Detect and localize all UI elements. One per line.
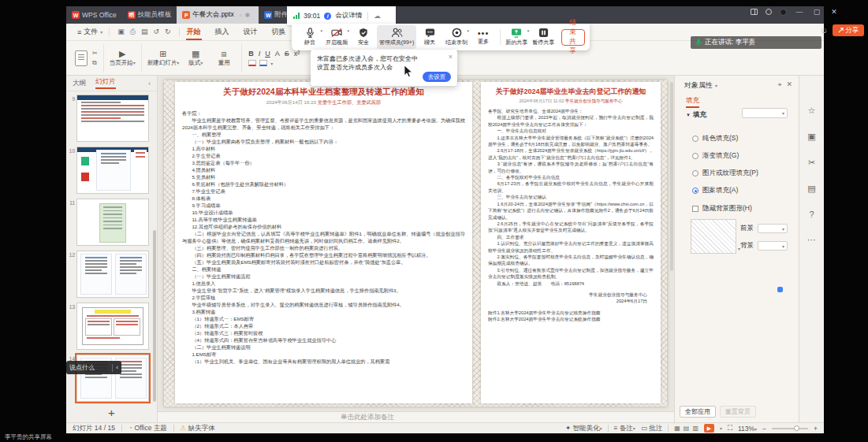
tab-state-icons[interactable]: ▫✱ <box>237 12 254 19</box>
tab-restore-icon[interactable]: ▫ <box>240 12 242 19</box>
left-notice-page[interactable]: 关于做好2024届本科毕业生档案整理及转递工作的通知 2024年06月14日 1… <box>175 82 472 403</box>
maximize-button[interactable]: ▢ <box>812 8 821 16</box>
slide-thumbnail-row[interactable]: 11 <box>66 199 157 246</box>
font-color-button[interactable]: A <box>275 50 280 58</box>
normal-view-icon[interactable]: ▦ <box>674 425 680 432</box>
cut-tool-icon[interactable]: ✂ <box>808 158 815 168</box>
add-slide-button[interactable]: + <box>66 406 157 419</box>
foreground-dropdown[interactable]: ▾ <box>758 224 788 233</box>
paste-icon[interactable] <box>75 50 88 66</box>
ribbon-tab-design[interactable]: 设计 <box>237 25 265 39</box>
beautify-button[interactable]: ✦ 智能美化▾ <box>565 424 602 433</box>
slide-thumbnail-row[interactable]: 10 <box>66 147 157 194</box>
radio-picture-fill[interactable]: 图片或纹理填充(P) <box>692 169 758 178</box>
assistant-icon[interactable] <box>766 9 772 15</box>
save-icon[interactable]: ▣ <box>117 28 125 36</box>
text-color-icon[interactable] <box>259 60 267 66</box>
slide-thumbnail[interactable] <box>76 251 149 298</box>
slide-pattern-background[interactable]: 关于做好2024届本科毕业生档案整理及转递工作的通知 2024年06月14日 1… <box>164 80 667 407</box>
export-icon[interactable]: ▤ <box>141 28 148 36</box>
canvas-scrollbar[interactable] <box>670 82 673 271</box>
undo-icon[interactable]: ↺ <box>154 28 160 36</box>
reset-background-button[interactable]: 重置背景 <box>720 406 756 418</box>
chevron-down-icon[interactable]: ▾ <box>715 83 717 88</box>
copy-icon[interactable]: ⧉ <box>92 59 98 67</box>
slide-thumbnail-row[interactable]: 13 <box>66 303 157 350</box>
meeting-detail-link[interactable]: 会议详情 <box>335 11 362 20</box>
file-menu-button[interactable]: ≡ 文件 ▾ <box>71 27 109 37</box>
slide-thumbnail[interactable] <box>76 199 149 246</box>
zoom-in-button[interactable]: + <box>814 425 818 433</box>
go-settings-button[interactable]: 去设置 <box>423 72 451 82</box>
comments-button[interactable]: ▭ 批注 <box>641 424 662 433</box>
pause-share-button[interactable]: 暂停共享 <box>530 25 557 49</box>
more-icon[interactable]: ⋯ <box>807 235 816 245</box>
fill-preset-dropdown[interactable]: ▾ <box>742 108 788 118</box>
hide-background-checkbox[interactable]: 隐藏背景图形(H) <box>692 204 752 214</box>
notes-bar[interactable]: 单击此处添加备注 <box>158 411 674 422</box>
security-button[interactable]: 安全 <box>350 25 377 49</box>
ribbon-tab-transition[interactable]: 切换 <box>265 25 293 39</box>
fill-tab[interactable]: 填充 <box>686 96 699 108</box>
sorter-view-icon[interactable]: ▤ <box>684 425 690 432</box>
background-dropdown[interactable]: ▾ <box>758 241 788 251</box>
chat-button[interactable]: 聊天 <box>416 25 443 49</box>
right-notice-page[interactable]: 关于做好2024届毕业生毕业去向登记工作的通知 2024年06月17日 11:0… <box>481 82 661 403</box>
close-icon[interactable]: ✕ <box>786 80 792 89</box>
close-button[interactable]: ✕ <box>829 8 839 16</box>
minimize-button[interactable]: — <box>795 8 804 16</box>
copy-style-icon[interactable]: ▣ <box>807 132 815 142</box>
slide-canvas[interactable]: 关于做好2024届本科毕业生档案整理及转递工作的通知 2024年06月14日 1… <box>158 76 674 411</box>
zoom-slider[interactable] <box>772 428 808 429</box>
theme-indicator[interactable]: ◔ Office 主题 <box>129 424 167 433</box>
record-button[interactable]: 结束录制▾ <box>443 25 470 49</box>
redo-icon[interactable]: ↻ <box>165 28 171 36</box>
pattern-preview[interactable] <box>691 219 736 254</box>
bold-button[interactable]: B <box>248 50 254 58</box>
manage-members-button[interactable]: 管理成员(99+) <box>377 25 416 49</box>
camera-button[interactable]: 开启视频▾ <box>323 25 350 49</box>
slide-thumbnail[interactable] <box>76 95 149 142</box>
cloud-record-icon[interactable]: ☁ <box>374 12 381 20</box>
zoom-out-button[interactable]: − <box>762 425 766 433</box>
share-button[interactable]: 分享 <box>833 24 864 36</box>
superscript-button[interactable]: x² <box>294 50 300 58</box>
underline-button[interactable]: U <box>265 50 270 58</box>
tab-outline[interactable]: 大纲 <box>73 79 86 88</box>
reuse-button[interactable]: ⧈ 重用 <box>212 50 236 67</box>
chevron-left-icon[interactable]: ‹ <box>116 364 118 371</box>
strikethrough-button[interactable]: S <box>285 50 289 58</box>
cut-icon[interactable]: ✂ <box>92 50 98 57</box>
close-icon[interactable]: × <box>449 53 453 61</box>
slide-thumbnail[interactable] <box>76 303 149 350</box>
new-share-button[interactable]: 新的共享▾ <box>503 25 530 49</box>
panel-scrollbar[interactable] <box>153 230 156 402</box>
more-button[interactable]: ••• 更多 <box>470 25 497 49</box>
chevron-down-icon[interactable]: ▾ <box>720 425 722 431</box>
panel-collapse-icon[interactable]: ‹ <box>148 80 151 87</box>
ribbon-tab-insert[interactable]: 插入 <box>208 25 237 39</box>
new-slide-button[interactable]: ⊞ 新建幻灯片▾ <box>147 50 180 67</box>
zoom-level[interactable]: 113%▾ <box>738 425 757 433</box>
print-icon[interactable]: ⎙ <box>130 28 136 36</box>
radio-solid-fill[interactable]: 纯色填充(S) <box>692 134 738 143</box>
radio-pattern-fill[interactable]: 图案填充(A) <box>692 186 738 195</box>
tab-presentation-active[interactable]: P 午餐大会.pptx ▫✱ <box>177 6 259 24</box>
layout-switch-icon[interactable] <box>751 9 758 15</box>
tab-docer-template[interactable]: 稻 技能员模板 <box>122 6 177 24</box>
end-share-button[interactable]: 结束共享 <box>561 29 585 46</box>
star-icon[interactable]: ☆ <box>808 106 816 116</box>
radio-gradient-fill[interactable]: 渐变填充(G) <box>692 151 739 161</box>
italic-button[interactable]: I <box>259 50 261 58</box>
pin-icon[interactable]: ⌖ <box>777 80 781 89</box>
play-from-page-button[interactable]: ▶ 当页开始▾ <box>110 50 136 67</box>
fit-screen-icon[interactable]: ⛶ <box>728 424 732 433</box>
apply-all-button[interactable]: 全部应用 <box>680 406 716 418</box>
help-icon[interactable]: ? <box>809 210 814 219</box>
layout-button[interactable]: ▦ 版式▾ <box>184 50 207 67</box>
slide-thumbnail-row[interactable]: 9 <box>66 95 157 142</box>
reaction-icon[interactable]: ☺ <box>820 26 828 35</box>
reading-view-icon[interactable]: ▥ <box>692 425 698 432</box>
slide-thumbnail[interactable] <box>76 147 149 194</box>
notes-button[interactable]: ≡ 备注▾ <box>614 424 635 433</box>
